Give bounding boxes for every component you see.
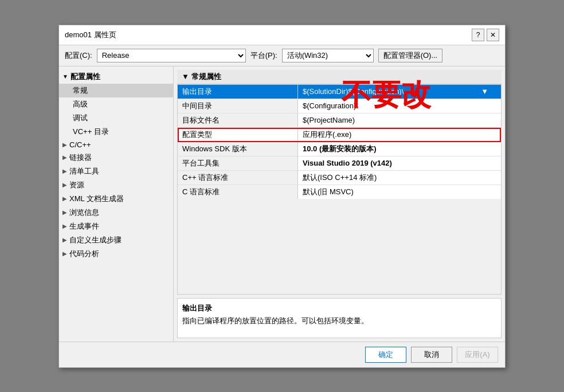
sidebar-item-debug[interactable]: 调试 xyxy=(59,111,173,125)
prop-value-sdk-version: 10.0 (最新安装的版本) xyxy=(298,142,501,156)
expand-arrow-resources: ▶ xyxy=(62,182,67,188)
platform-select[interactable]: 活动(Win32) xyxy=(282,49,374,62)
toolbar: 配置(C): Release 平台(P): 活动(Win32) 配置管理器(O)… xyxy=(59,45,505,66)
prop-value-c-standard: 默认(旧 MSVC) xyxy=(298,185,501,199)
sidebar-item-vc-dirs[interactable]: VC++ 目录 xyxy=(59,125,173,139)
section-header: ▼ 常规属性 xyxy=(177,70,502,84)
prop-value-intermediate-dir: $(Configuration)\ xyxy=(298,99,501,113)
sidebar-item-code-label: 代码分析 xyxy=(69,249,99,259)
dialog-title: demo01 属性页 xyxy=(65,30,116,40)
property-table: 输出目录 $(SolutionDir)$(Configuration)\ ▼ 中… xyxy=(177,84,502,295)
close-button[interactable]: ✕ xyxy=(487,29,499,41)
prop-key-sdk-version: Windows SDK 版本 xyxy=(178,142,298,156)
prop-key-output-dir: 输出目录 xyxy=(178,85,298,99)
sidebar: ▼ 配置属性 常规 高级 调试 VC++ 目录 ▶ C/C++ ▶ 链接器 ▶ … xyxy=(59,66,174,342)
footer: 确定 取消 应用(A) xyxy=(59,342,505,367)
expand-arrow-custom: ▶ xyxy=(62,237,67,243)
sidebar-item-resources-label: 资源 xyxy=(69,180,84,190)
config-select[interactable]: Release xyxy=(97,49,246,62)
platform-label: 平台(P): xyxy=(250,50,277,61)
sidebar-item-linker[interactable]: ▶ 链接器 xyxy=(59,151,173,164)
sidebar-item-general[interactable]: 常规 xyxy=(59,84,173,97)
prop-row-intermediate-dir[interactable]: 中间目录 $(Configuration)\ xyxy=(178,99,501,113)
sidebar-item-resources[interactable]: ▶ 资源 xyxy=(59,178,173,192)
prop-key-config-type: 配置类型 xyxy=(178,128,298,142)
cancel-button[interactable]: 取消 xyxy=(411,347,452,363)
sidebar-item-build-label: 生成事件 xyxy=(69,221,99,232)
description-title: 输出目录 xyxy=(182,303,496,313)
expand-arrow-manifest: ▶ xyxy=(62,168,67,174)
prop-row-platform-toolset[interactable]: 平台工具集 Visual Studio 2019 (v142) xyxy=(178,156,501,171)
prop-row-c-standard[interactable]: C 语言标准 默认(旧 MSVC) xyxy=(178,185,501,199)
main-content: ▼ 配置属性 常规 高级 调试 VC++ 目录 ▶ C/C++ ▶ 链接器 ▶ … xyxy=(59,66,505,342)
sidebar-item-code-analysis[interactable]: ▶ 代码分析 xyxy=(59,247,173,261)
description-text: 指向已编译程序的放置位置的路径。可以包括环境变量。 xyxy=(182,316,496,326)
prop-key-platform-toolset: 平台工具集 xyxy=(178,156,298,170)
prop-key-c-standard: C 语言标准 xyxy=(178,185,298,199)
expand-arrow-linker: ▶ xyxy=(62,154,67,160)
expand-arrow-cpp: ▶ xyxy=(62,142,67,148)
prop-value-output-dir[interactable]: $(SolutionDir)$(Configuration)\ ▼ xyxy=(298,85,501,99)
expand-arrow-code: ▶ xyxy=(62,250,67,257)
sidebar-item-manifest-label: 清单工具 xyxy=(69,166,99,177)
expand-arrow-build: ▶ xyxy=(62,223,67,229)
sidebar-item-linker-label: 链接器 xyxy=(69,152,92,163)
sidebar-item-custom-build[interactable]: ▶ 自定义生成步骤 xyxy=(59,233,173,247)
properties-panel: ▼ 常规属性 输出目录 $(SolutionDir)$(Configuratio… xyxy=(174,66,505,342)
prop-row-output-dir[interactable]: 输出目录 $(SolutionDir)$(Configuration)\ ▼ xyxy=(178,85,501,99)
prop-key-intermediate-dir: 中间目录 xyxy=(178,99,298,113)
sidebar-item-build-events[interactable]: ▶ 生成事件 xyxy=(59,219,173,233)
config-manager-button[interactable]: 配置管理器(O)... xyxy=(378,49,443,62)
sidebar-item-custom-label: 自定义生成步骤 xyxy=(69,235,122,245)
title-bar-buttons: ? ✕ xyxy=(472,29,499,41)
ok-button[interactable]: 确定 xyxy=(365,347,406,363)
prop-value-config-type: 应用程序(.exe) xyxy=(298,128,501,142)
prop-row-sdk-version[interactable]: Windows SDK 版本 10.0 (最新安装的版本) xyxy=(178,142,501,156)
sidebar-item-xml-doc[interactable]: ▶ XML 文档生成器 xyxy=(59,192,173,206)
prop-value-platform-toolset: Visual Studio 2019 (v142) xyxy=(298,156,501,170)
description-box: 输出目录 指向已编译程序的放置位置的路径。可以包括环境变量。 xyxy=(177,298,502,338)
expand-arrow-browse: ▶ xyxy=(62,209,67,215)
prop-row-cpp-standard[interactable]: C++ 语言标准 默认(ISO C++14 标准) xyxy=(178,171,501,185)
sidebar-item-cpp[interactable]: ▶ C/C++ xyxy=(59,139,173,151)
sidebar-item-cpp-label: C/C++ xyxy=(69,140,91,149)
help-button[interactable]: ? xyxy=(472,29,484,41)
dropdown-arrow[interactable]: ▼ xyxy=(481,87,488,96)
section-icon: ▼ xyxy=(182,72,189,81)
prop-value-cpp-standard: 默认(ISO C++14 标准) xyxy=(298,171,501,185)
apply-button[interactable]: 应用(A) xyxy=(457,347,498,363)
prop-row-config-type[interactable]: 配置类型 应用程序(.exe) xyxy=(178,128,501,142)
prop-key-cpp-standard: C++ 语言标准 xyxy=(178,171,298,185)
collapse-arrow: ▼ xyxy=(62,73,68,80)
prop-value-target-name: $(ProjectName) xyxy=(298,113,501,127)
prop-row-target-name[interactable]: 目标文件名 $(ProjectName) xyxy=(178,113,501,128)
title-bar: demo01 属性页 ? ✕ xyxy=(59,25,505,45)
sidebar-group-label: 配置属性 xyxy=(70,72,100,82)
config-label: 配置(C): xyxy=(65,50,92,61)
properties-dialog: demo01 属性页 ? ✕ 配置(C): Release 平台(P): 活动(… xyxy=(58,25,506,368)
sidebar-item-advanced[interactable]: 高级 xyxy=(59,97,173,111)
sidebar-item-browse-label: 浏览信息 xyxy=(69,207,99,218)
sidebar-group-config-props[interactable]: ▼ 配置属性 xyxy=(59,70,173,84)
expand-arrow-xml: ▶ xyxy=(62,195,67,202)
section-title: 常规属性 xyxy=(191,72,221,82)
sidebar-item-browse[interactable]: ▶ 浏览信息 xyxy=(59,206,173,219)
sidebar-item-manifest[interactable]: ▶ 清单工具 xyxy=(59,164,173,178)
prop-key-target-name: 目标文件名 xyxy=(178,113,298,127)
sidebar-item-xml-label: XML 文档生成器 xyxy=(69,194,124,204)
